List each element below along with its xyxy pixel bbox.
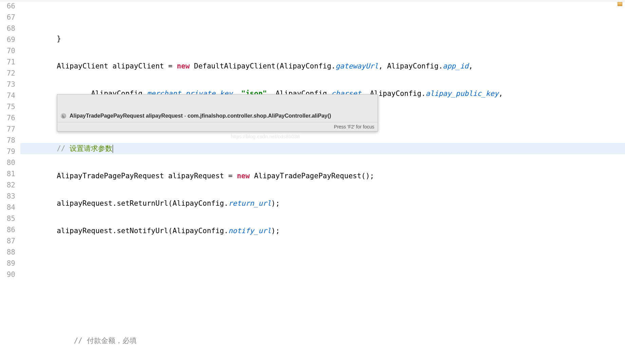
code-area[interactable]: https://blog.csdn.net/cds86038 } AlipayC… (20, 0, 625, 364)
tooltip-title: AlipayTradePagePayRequest alipayRequest … (70, 113, 331, 119)
line-number: 83 (0, 191, 20, 202)
code-hover-tooltip[interactable]: AlipayTradePagePayRequest alipayRequest … (57, 94, 378, 132)
line-number: 69 (0, 34, 20, 45)
line-number: 77 (0, 124, 20, 135)
line-number: 90 (0, 269, 20, 280)
line-number: 79 (0, 146, 20, 157)
line-number: 75 (0, 101, 20, 113)
line-number: 72 (0, 68, 20, 79)
line-number: 86 (0, 224, 20, 236)
line-number: 80 (0, 157, 20, 168)
tooltip-hint: Press 'F2' for focus (57, 122, 378, 131)
code-line[interactable] (20, 308, 625, 319)
code-line[interactable]: alipayRequest.setReturnUrl(AlipayConfig.… (20, 198, 625, 209)
local-variable-icon (61, 113, 66, 119)
code-line[interactable]: alipayRequest.setNotifyUrl(AlipayConfig.… (20, 225, 625, 237)
line-number: 67 (0, 12, 20, 23)
line-number: 87 (0, 236, 20, 247)
line-number: 89 (0, 258, 20, 269)
code-line[interactable]: AlipayTradePagePayRequest alipayRequest … (20, 170, 625, 182)
code-line[interactable]: // 付款金额，必填 (20, 335, 625, 346)
line-number: 74 (0, 90, 20, 101)
line-number: 68 (0, 23, 20, 34)
caret: 设置请求参数 (70, 144, 113, 153)
tooltip-content: AlipayTradePagePayRequest alipayRequest … (57, 111, 378, 121)
line-number: 81 (0, 168, 20, 180)
line-number: 88 (0, 247, 20, 258)
line-number: 76 (0, 113, 20, 124)
line-number: 82 (0, 180, 20, 191)
line-number: 66 (0, 1, 20, 12)
line-number: 85 (0, 213, 20, 224)
code-line[interactable] (20, 280, 625, 291)
code-line[interactable]: } (20, 33, 625, 44)
line-number: 84 (0, 202, 20, 213)
code-line[interactable]: String total_amount = new String(order.g… (20, 363, 625, 364)
line-number: 70 (0, 45, 20, 57)
code-editor[interactable]: 66 67 68 69 70 71 72 73 74 75 76 77 78 7… (0, 0, 625, 364)
code-line[interactable] (20, 253, 625, 264)
line-number: 73 (0, 79, 20, 90)
line-number: 71 (0, 57, 20, 68)
line-gutter: 66 67 68 69 70 71 72 73 74 75 76 77 78 7… (0, 0, 20, 364)
line-number: 78 (0, 135, 20, 146)
code-line[interactable]: AlipayClient alipayClient = new DefaultA… (20, 61, 625, 72)
